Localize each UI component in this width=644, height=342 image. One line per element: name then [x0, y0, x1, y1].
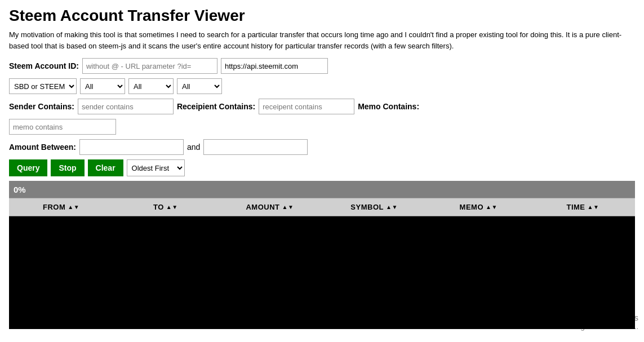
- col-symbol[interactable]: SYMBOL ▲▼: [322, 198, 427, 216]
- progress-text: 0%: [9, 185, 26, 194]
- filter3-select[interactable]: All Transfers In Transfers Out: [177, 78, 222, 94]
- to-sort-icon: ▲▼: [166, 205, 178, 210]
- amount-max-input[interactable]: 9999: [203, 139, 308, 155]
- memo-sort-icon: ▲▼: [486, 205, 498, 210]
- sort-select[interactable]: Oldest First Newest First: [127, 159, 185, 176]
- currency-select[interactable]: SBD or STEEM SBD STEEM: [9, 78, 77, 94]
- memo-input[interactable]: [9, 119, 116, 135]
- table-header: FROM ▲▼ TO ▲▼ AMOUNT ▲▼ SYMBOL ▲▼ MEMO ▲…: [9, 198, 635, 216]
- symbol-sort-icon: ▲▼: [386, 205, 398, 210]
- memo-row: [9, 119, 635, 135]
- filter2-select[interactable]: All Transfers In Transfers Out: [128, 78, 174, 94]
- col-time-label: TIME: [566, 203, 585, 211]
- col-to-label: TO: [153, 203, 164, 211]
- recipient-input[interactable]: [259, 99, 354, 114]
- account-id-input[interactable]: [82, 58, 217, 74]
- recipient-label: Receipient Contains:: [177, 102, 255, 111]
- action-row: Query Stop Clear Oldest First Newest Fir…: [9, 159, 635, 176]
- col-to[interactable]: TO ▲▼: [113, 198, 217, 216]
- query-button[interactable]: Query: [9, 159, 47, 176]
- amount-and-text: and: [187, 143, 200, 152]
- clear-button[interactable]: Clear: [88, 159, 123, 176]
- col-memo-label: MEMO: [460, 203, 483, 211]
- time-sort-icon: ▲▼: [588, 205, 599, 210]
- col-amount[interactable]: AMOUNT ▲▼: [217, 198, 322, 216]
- sender-label: Sender Contains:: [9, 102, 74, 111]
- api-url-input[interactable]: [221, 58, 328, 74]
- col-from-label: FROM: [43, 203, 65, 211]
- data-area: [9, 216, 635, 329]
- amount-label: Amount Between:: [9, 143, 76, 152]
- amount-sort-icon: ▲▼: [282, 205, 294, 210]
- col-from[interactable]: FROM ▲▼: [9, 198, 113, 216]
- filter-text-row: Sender Contains: Receipient Contains: Me…: [9, 99, 635, 114]
- col-symbol-label: SYMBOL: [350, 203, 384, 211]
- filter-dropdowns-row: SBD or STEEM SBD STEEM All Transfers In …: [9, 78, 635, 94]
- account-id-row: Steem Account ID:: [9, 58, 635, 74]
- progress-bar: 0%: [9, 181, 635, 198]
- filter1-select[interactable]: All Transfers In Transfers Out: [80, 78, 125, 94]
- app-title: Steem Account Transfer Viewer: [9, 7, 635, 25]
- stop-button[interactable]: Stop: [51, 159, 84, 176]
- col-memo[interactable]: MEMO ▲▼: [427, 198, 531, 216]
- account-id-label: Steem Account ID:: [9, 61, 79, 70]
- sender-input[interactable]: [78, 99, 174, 114]
- col-time[interactable]: TIME ▲▼: [531, 198, 635, 216]
- col-amount-label: AMOUNT: [246, 203, 279, 211]
- app-description: My motivation of making this tool is tha…: [9, 29, 635, 51]
- memo-label: Memo Contains:: [358, 102, 419, 111]
- from-sort-icon: ▲▼: [68, 205, 79, 210]
- amount-row: Amount Between: 0 and 9999: [9, 139, 635, 155]
- amount-min-input[interactable]: 0: [79, 139, 184, 155]
